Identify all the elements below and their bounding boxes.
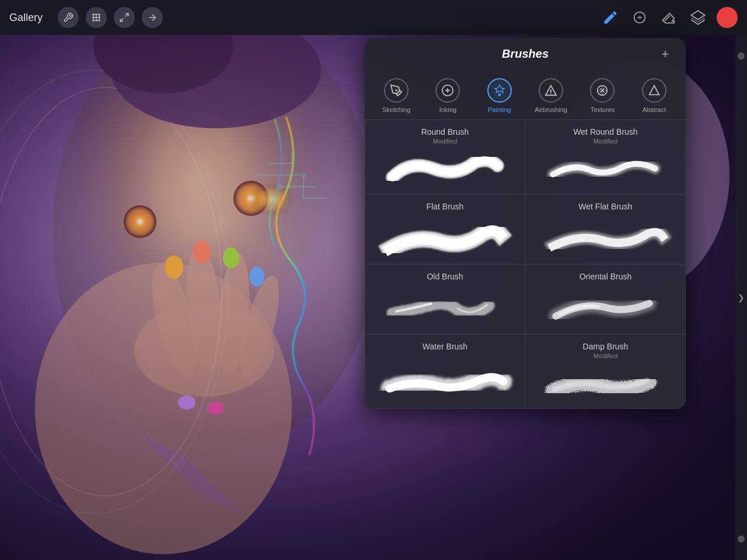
brush-damp-name: Damp Brush — [534, 342, 677, 351]
brush-old-preview — [374, 286, 516, 329]
svg-point-42 — [395, 89, 397, 92]
airbrushing-icon — [539, 78, 563, 103]
arrow-button[interactable] — [142, 7, 163, 28]
textures-icon — [590, 78, 615, 103]
painting-icon — [487, 78, 512, 103]
brush-grid: Round Brush Modified Wet Round Brush Mod… — [365, 120, 686, 409]
svg-point-24 — [208, 402, 224, 415]
svg-point-23 — [178, 396, 196, 410]
toolbar: Gallery — [0, 0, 747, 35]
brush-oriental-preview — [534, 286, 677, 329]
gallery-button[interactable]: Gallery — [9, 12, 43, 24]
brushes-panel: Brushes + Sketching Inking — [365, 38, 686, 409]
svg-marker-41 — [691, 10, 704, 19]
brush-water[interactable]: Water Brush — [365, 334, 525, 409]
brush-tool-button[interactable] — [600, 7, 621, 28]
sketching-icon — [384, 78, 409, 103]
brush-old-name: Old Brush — [374, 272, 516, 281]
brush-water-name: Water Brush — [374, 342, 516, 351]
category-tabs: Sketching Inking Painting — [365, 70, 686, 120]
tab-airbrushing[interactable]: Airbrushing — [525, 75, 577, 119]
inking-icon — [435, 78, 460, 103]
tab-textures[interactable]: Textures — [577, 75, 628, 119]
brush-wet-flat-preview — [534, 216, 677, 259]
panel-header: Brushes + — [365, 38, 686, 70]
brush-damp-modified: Modified — [534, 352, 677, 359]
transform-button[interactable] — [114, 7, 135, 28]
brush-wet-round-modified: Modified — [534, 138, 677, 145]
layers-tool-button[interactable] — [687, 7, 708, 28]
sketching-label: Sketching — [382, 106, 410, 113]
painting-label: Painting — [488, 106, 511, 113]
wrench-button[interactable] — [58, 7, 79, 28]
svg-point-4 — [124, 205, 156, 238]
svg-line-36 — [125, 13, 128, 16]
brush-round-modified: Modified — [374, 138, 516, 145]
brush-wet-flat-name: Wet Flat Brush — [534, 202, 677, 211]
svg-line-40 — [665, 16, 670, 21]
brush-damp[interactable]: Damp Brush Modified — [525, 334, 686, 409]
magic-wand-button[interactable] — [86, 7, 107, 28]
eraser-tool-button[interactable] — [658, 7, 679, 28]
brush-wet-flat[interactable]: Wet Flat Brush — [525, 194, 686, 264]
brush-damp-preview — [534, 363, 677, 404]
side-scrollbar: ❯ — [735, 35, 747, 560]
brush-round-preview — [374, 148, 516, 189]
scroll-arrow-right[interactable]: ❯ — [735, 290, 747, 304]
brush-oriental-name: Oriental Brush — [534, 272, 677, 281]
tab-sketching[interactable]: Sketching — [371, 75, 422, 119]
smudge-tool-button[interactable] — [629, 7, 650, 28]
inking-label: Inking — [439, 106, 456, 113]
svg-point-43 — [498, 93, 501, 97]
abstract-icon — [642, 78, 666, 103]
add-brush-button[interactable]: + — [657, 46, 674, 63]
airbrushing-label: Airbrushing — [535, 106, 567, 113]
tab-inking[interactable]: Inking — [422, 75, 473, 119]
brush-flat-preview — [374, 216, 516, 259]
textures-label: Textures — [591, 106, 615, 113]
svg-point-19 — [165, 256, 183, 279]
color-swatch[interactable] — [717, 7, 738, 28]
brush-old[interactable]: Old Brush — [365, 264, 525, 334]
svg-line-37 — [120, 19, 123, 22]
brush-flat[interactable]: Flat Brush — [365, 194, 525, 264]
brush-wet-round-preview — [534, 148, 677, 189]
brush-wet-round-name: Wet Round Brush — [534, 127, 677, 136]
svg-point-22 — [249, 267, 264, 286]
scroll-handle-bottom[interactable] — [738, 536, 745, 542]
brush-wet-round[interactable]: Wet Round Brush Modified — [525, 120, 686, 194]
svg-marker-52 — [650, 86, 659, 95]
brush-flat-name: Flat Brush — [374, 202, 516, 211]
brush-round[interactable]: Round Brush Modified — [365, 120, 525, 194]
toolbar-right — [600, 7, 738, 28]
brush-oriental[interactable]: Oriental Brush — [525, 264, 686, 334]
svg-point-20 — [193, 241, 211, 263]
panel-title: Brushes — [502, 47, 549, 61]
svg-point-46 — [550, 93, 551, 94]
tab-painting[interactable]: Painting — [474, 75, 525, 119]
svg-point-5 — [216, 175, 309, 245]
brush-round-name: Round Brush — [374, 127, 516, 136]
scroll-handle-top[interactable] — [738, 52, 745, 60]
brush-water-preview — [374, 356, 516, 404]
tab-abstract[interactable]: Abstract — [629, 75, 680, 119]
abstract-label: Abstract — [643, 106, 666, 113]
